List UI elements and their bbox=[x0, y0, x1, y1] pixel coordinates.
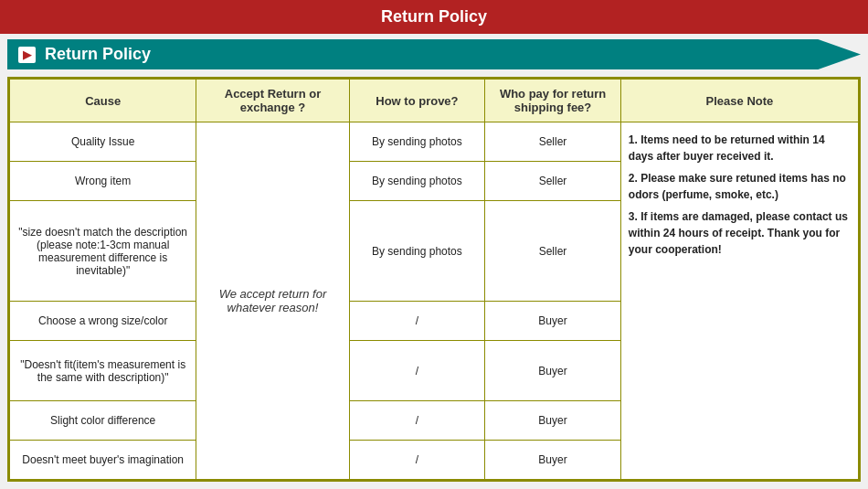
cause-cell: Slight color difference bbox=[10, 400, 196, 440]
table-row: Quality IssueWe accept return for whatev… bbox=[10, 122, 859, 162]
shipping-cell: Seller bbox=[485, 201, 621, 302]
return-policy-table-container: Cause Accept Return or exchange ? How to… bbox=[7, 77, 861, 482]
prove-cell: / bbox=[349, 302, 485, 341]
prove-cell: / bbox=[349, 341, 485, 400]
header-shipping: Who pay for return shipping fee? bbox=[485, 80, 621, 122]
prove-cell: / bbox=[349, 440, 485, 479]
page-title: Return Policy bbox=[0, 0, 868, 34]
prove-cell: By sending photos bbox=[349, 122, 485, 162]
header-cause: Cause bbox=[10, 80, 196, 122]
note-point-3: 3. If items are damaged, please contact … bbox=[629, 208, 851, 258]
cause-cell: Doesn't meet buyer's imagination bbox=[10, 440, 196, 479]
note-point-1: 1. Items need to be returned within 14 d… bbox=[629, 132, 851, 165]
prove-cell: By sending photos bbox=[349, 162, 485, 201]
shipping-cell: Buyer bbox=[485, 341, 621, 400]
cause-cell: "size doesn't match the description (ple… bbox=[10, 201, 196, 302]
header-note: Please Note bbox=[620, 80, 858, 122]
shipping-cell: Buyer bbox=[485, 302, 621, 341]
shipping-cell: Buyer bbox=[485, 400, 621, 440]
return-policy-table: Cause Accept Return or exchange ? How to… bbox=[9, 79, 859, 480]
prove-cell: By sending photos bbox=[349, 201, 485, 302]
note-cell: 1. Items need to be returned within 14 d… bbox=[620, 122, 858, 480]
header-accept: Accept Return or exchange ? bbox=[196, 80, 349, 122]
cause-cell: "Doesn't fit(item's measurement is the s… bbox=[10, 341, 196, 400]
header-prove: How to prove? bbox=[349, 80, 485, 122]
section-title: Return Policy bbox=[45, 45, 151, 64]
cause-cell: Wrong item bbox=[10, 162, 196, 201]
cause-cell: Quality Issue bbox=[10, 122, 196, 162]
accept-cell: We accept return for whatever reason! bbox=[196, 122, 349, 480]
shipping-cell: Buyer bbox=[485, 440, 621, 479]
section-header: ▶ Return Policy bbox=[7, 39, 861, 69]
prove-cell: / bbox=[349, 400, 485, 440]
shipping-cell: Seller bbox=[485, 162, 621, 201]
cause-cell: Choose a wrong size/color bbox=[10, 302, 196, 341]
section-icon: ▶ bbox=[18, 47, 36, 63]
shipping-cell: Seller bbox=[485, 122, 621, 162]
note-point-2: 2. Please make sure retuned items has no… bbox=[629, 170, 851, 203]
